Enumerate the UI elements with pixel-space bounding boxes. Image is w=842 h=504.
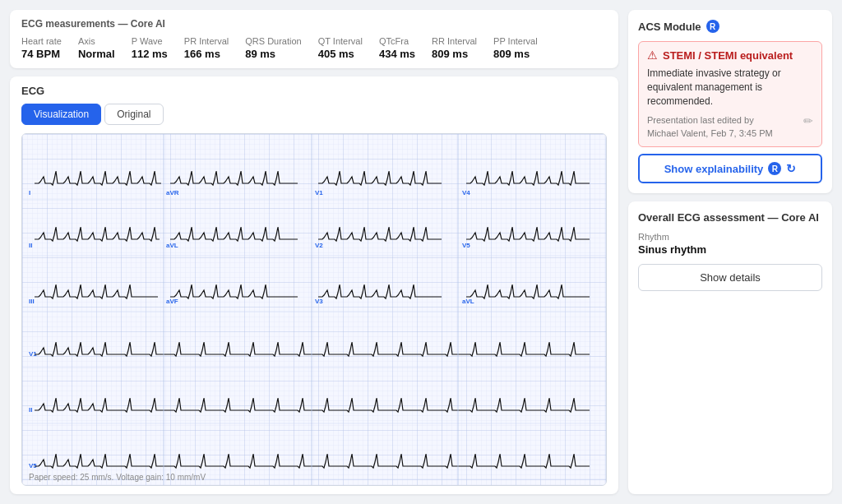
paper-speed-label: Paper speed: 25 mm/s. Voltage gain: 10 m… <box>29 473 206 482</box>
ecg-chart-container: I aVR V1 V4 II aVL V2 V5 <box>21 133 607 486</box>
measurements-title: ECG measurements — Core AI <box>21 18 607 30</box>
acs-module-card: ACS Module R ⚠ STEMI / STEMI equivalent … <box>628 10 832 193</box>
p-wave-label: P Wave <box>132 36 168 46</box>
axis-label: Axis <box>78 36 115 46</box>
acs-title: ACS Module <box>638 21 701 33</box>
svg-text:V2: V2 <box>315 242 323 249</box>
svg-text:V3: V3 <box>315 298 323 305</box>
qrs-duration-value: 89 ms <box>245 48 301 60</box>
rhythm-label: Rhythm <box>638 232 822 242</box>
acs-badge: R <box>706 20 719 33</box>
measurements-card: ECG measurements — Core AI Heart rate 74… <box>10 10 618 68</box>
rr-interval-value: 809 ms <box>432 48 477 60</box>
measurements-row: Heart rate 74 BPM Axis Normal P Wave 112… <box>21 36 607 60</box>
explainability-badge: R <box>768 162 781 175</box>
explainability-button[interactable]: Show explainability R ↻ <box>638 154 822 183</box>
qtcfra-label: QTcFra <box>379 36 415 46</box>
svg-text:V5: V5 <box>462 242 470 249</box>
heart-rate-value: 74 BPM <box>21 48 62 60</box>
warning-icon: ⚠ <box>647 49 658 62</box>
measurement-heart-rate: Heart rate 74 BPM <box>21 36 62 60</box>
pp-interval-label: PP Interval <box>493 36 538 46</box>
svg-text:I: I <box>29 189 30 197</box>
overall-assessment-card: Overall ECG assessment — Core AI Rhythm … <box>628 201 832 494</box>
acs-header: ACS Module R <box>638 20 822 33</box>
refresh-icon: ↻ <box>786 162 796 175</box>
ecg-section-title: ECG <box>21 85 607 97</box>
tab-visualization[interactable]: Visualization <box>21 104 101 125</box>
svg-text:aVF: aVF <box>166 298 178 305</box>
presentation-label: Presentation last edited by <box>647 114 773 127</box>
qt-interval-value: 405 ms <box>318 48 363 60</box>
axis-value: Normal <box>78 48 115 60</box>
qrs-duration-label: QRS Duration <box>245 36 301 46</box>
presentation-info: Presentation last edited by Michael Vale… <box>647 114 813 140</box>
tab-original[interactable]: Original <box>104 104 163 125</box>
measurement-qtcfra: QTcFra 434 ms <box>379 36 415 60</box>
measurement-p-wave: P Wave 112 ms <box>132 36 168 60</box>
stemi-body: Immediate invasive strategy or equivalen… <box>647 67 813 108</box>
measurement-rr-interval: RR Interval 809 ms <box>432 36 477 60</box>
overall-assessment-title: Overall ECG assessment — Core AI <box>638 211 822 224</box>
qt-interval-label: QT Interval <box>318 36 363 46</box>
svg-rect-2 <box>22 134 606 485</box>
stemi-alert-header: ⚠ STEMI / STEMI equivalent <box>647 49 813 62</box>
pr-interval-label: PR Interval <box>184 36 229 46</box>
ecg-tabs: Visualization Original <box>21 104 607 125</box>
measurement-axis: Axis Normal <box>78 36 115 60</box>
explainability-btn-label: Show explainability <box>664 163 764 175</box>
stemi-alert-title: STEMI / STEMI equivalent <box>663 49 793 62</box>
svg-text:V1: V1 <box>315 189 323 197</box>
svg-text:aVR: aVR <box>166 189 179 197</box>
edit-icon[interactable]: ✏ <box>803 114 813 127</box>
measurement-pr-interval: PR Interval 166 ms <box>184 36 229 60</box>
svg-text:aVL: aVL <box>166 242 178 249</box>
measurement-qrs-duration: QRS Duration 89 ms <box>245 36 301 60</box>
show-details-button[interactable]: Show details <box>638 264 822 291</box>
pp-interval-value: 809 ms <box>493 48 538 60</box>
svg-text:II: II <box>29 242 32 249</box>
presentation-detail: Michael Valent, Feb 7, 3:45 PM <box>647 127 773 140</box>
ecg-section: ECG Visualization Original <box>10 76 618 494</box>
svg-text:III: III <box>29 298 35 305</box>
rr-interval-label: RR Interval <box>432 36 477 46</box>
stemi-alert: ⚠ STEMI / STEMI equivalent Immediate inv… <box>638 41 822 147</box>
rhythm-value: Sinus rhythm <box>638 243 822 256</box>
svg-text:II: II <box>29 406 32 414</box>
p-wave-value: 112 ms <box>132 48 168 60</box>
measurement-pp-interval: PP Interval 809 ms <box>493 36 538 60</box>
qtcfra-value: 434 ms <box>379 48 415 60</box>
pr-interval-value: 166 ms <box>184 48 229 60</box>
measurement-qt-interval: QT Interval 405 ms <box>318 36 363 60</box>
heart-rate-label: Heart rate <box>21 36 62 46</box>
svg-text:aVL: aVL <box>462 298 474 305</box>
svg-text:V4: V4 <box>462 189 470 197</box>
